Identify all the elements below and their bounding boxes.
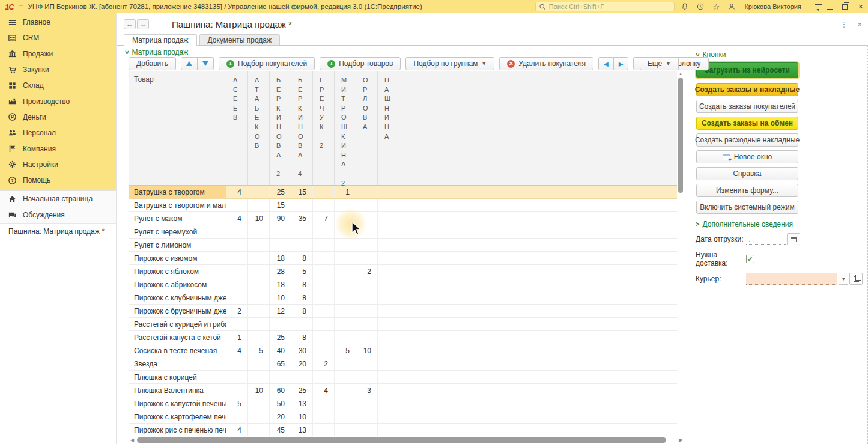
quantity-cell[interactable]: 4 (226, 424, 248, 436)
quantity-cell[interactable]: 90 (270, 212, 291, 225)
customer-column-header[interactable]: А Т А Б Е К О В (248, 71, 270, 185)
customer-column-header[interactable]: Г Р Е Ч У К 2 (313, 71, 335, 185)
panel-button[interactable]: Справка (696, 167, 798, 180)
quantity-cell[interactable] (378, 305, 399, 317)
favorites-star-icon[interactable]: ☆ (711, 1, 721, 12)
service-menu-icon[interactable]: ▼ (815, 2, 822, 11)
table-row[interactable]: Ватрушка с творогом и малин...15 (129, 199, 677, 212)
quantity-cell[interactable] (313, 397, 335, 410)
sidebar-item-обсуждения[interactable]: Обсуждения (0, 207, 116, 224)
quantity-cell[interactable] (378, 371, 399, 383)
quantity-cell[interactable]: 5 (291, 265, 313, 278)
quantity-cell[interactable] (335, 278, 356, 291)
sidebar-item-деньги[interactable]: Деньги (0, 109, 116, 125)
quantity-cell[interactable] (378, 318, 399, 330)
quantity-cell[interactable] (248, 305, 270, 317)
product-name-cell[interactable]: Пирожок с яблоком (129, 265, 226, 278)
customer-column-header[interactable]: А С Е Е В (226, 71, 248, 185)
quantity-cell[interactable] (313, 305, 335, 317)
quantity-cell[interactable] (291, 371, 313, 383)
table-row[interactable]: Пирожок рис с печенью пече...44513 (129, 424, 677, 436)
quantity-cell[interactable] (313, 278, 335, 291)
forward-button[interactable]: → (137, 19, 149, 29)
quantity-cell[interactable] (335, 384, 356, 397)
quantity-cell[interactable] (335, 225, 356, 238)
quantity-cell[interactable] (248, 239, 270, 251)
sidebar-item-настройки[interactable]: Настройки (0, 157, 116, 172)
current-user-name[interactable]: Крюкова Виктория (744, 3, 801, 10)
quantity-cell[interactable] (248, 357, 270, 370)
matrix-group-header[interactable]: ∨ Матрица продаж (125, 48, 188, 56)
quantity-cell[interactable]: 18 (270, 252, 291, 264)
back-button[interactable]: ← (124, 19, 136, 29)
quantity-cell[interactable] (378, 225, 399, 238)
quantity-cell[interactable] (226, 371, 248, 383)
table-row[interactable]: Плюшка с корицей (129, 371, 677, 384)
quantity-cell[interactable] (378, 291, 399, 304)
quantity-cell[interactable]: 4 (226, 186, 248, 198)
move-column-right-button[interactable]: ▶ (613, 57, 629, 70)
quantity-cell[interactable] (335, 305, 356, 317)
quantity-cell[interactable] (226, 357, 248, 370)
quantity-cell[interactable] (378, 212, 399, 225)
scroll-left-arrow-icon[interactable]: ◀ (129, 437, 136, 443)
quantity-cell[interactable] (226, 384, 248, 397)
quantity-cell[interactable] (291, 199, 313, 211)
quantity-cell[interactable]: 15 (270, 199, 291, 211)
quantity-cell[interactable]: 10 (248, 212, 270, 225)
quantity-cell[interactable]: 18 (270, 278, 291, 291)
quantity-cell[interactable]: 5 (248, 344, 270, 357)
minimize-icon[interactable] (827, 9, 833, 10)
quantity-cell[interactable]: 13 (291, 397, 313, 410)
quantity-cell[interactable] (313, 371, 335, 383)
quantity-cell[interactable] (335, 252, 356, 264)
tab-sales-matrix[interactable]: Матрица продаж (124, 34, 197, 46)
quantity-cell[interactable]: 5 (335, 344, 356, 357)
quantity-cell[interactable] (335, 331, 356, 344)
panel-button[interactable]: Создать заказы покупателей (696, 100, 798, 113)
quantity-cell[interactable] (378, 199, 399, 211)
quantity-cell[interactable]: 4 (226, 212, 248, 225)
product-name-cell[interactable]: Расстегай капуста с кетой (129, 331, 226, 344)
quantity-cell[interactable] (313, 344, 335, 357)
table-row[interactable]: Расстегай капуста с кетой1258 (129, 331, 677, 344)
quantity-cell[interactable] (270, 239, 291, 251)
quantity-cell[interactable]: 25 (291, 384, 313, 397)
quantity-cell[interactable]: 2 (226, 305, 248, 317)
quantity-cell[interactable]: 10 (270, 291, 291, 304)
quantity-cell[interactable] (291, 225, 313, 238)
quantity-cell[interactable] (226, 291, 248, 304)
quantity-cell[interactable]: 8 (291, 331, 313, 344)
product-name-cell[interactable]: Ватрушка с творогом и малин... (129, 199, 226, 211)
table-row[interactable]: Рулет с лимоном (129, 239, 677, 252)
quantity-cell[interactable] (226, 318, 248, 330)
quantity-cell[interactable] (356, 397, 378, 410)
quantity-cell[interactable] (248, 397, 270, 410)
quantity-cell[interactable] (356, 212, 378, 225)
horizontal-scrollbar[interactable]: ◀ ▶ (129, 437, 684, 443)
pick-goods-button[interactable]: +Подбор товаров (320, 57, 401, 70)
quantity-cell[interactable] (248, 252, 270, 264)
quantity-cell[interactable]: 5 (226, 397, 248, 410)
quantity-cell[interactable] (356, 305, 378, 317)
quantity-cell[interactable] (356, 278, 378, 291)
panel-button[interactable]: Новое окно (696, 150, 798, 163)
scroll-up-arrow-icon[interactable]: ▲ (677, 71, 684, 77)
quantity-cell[interactable]: 4 (226, 344, 248, 357)
quantity-cell[interactable]: 3 (356, 384, 378, 397)
quantity-cell[interactable] (378, 265, 399, 278)
history-icon[interactable] (695, 1, 706, 12)
panel-button[interactable]: Загрузить из нейросети (696, 62, 798, 78)
quantity-cell[interactable] (313, 186, 335, 198)
customer-column-header[interactable]: П А Ш Н И Н А (378, 71, 399, 185)
quantity-cell[interactable] (356, 410, 378, 423)
quantity-cell[interactable] (335, 239, 356, 251)
quantity-cell[interactable]: 30 (291, 344, 313, 357)
quantity-cell[interactable] (378, 384, 399, 397)
quantity-cell[interactable] (356, 331, 378, 344)
quantity-cell[interactable] (226, 410, 248, 423)
customer-column-header[interactable]: Б Е Р К И Н О В А 2 (270, 71, 291, 185)
scroll-right-arrow-icon[interactable]: ▶ (677, 437, 684, 443)
product-column-header[interactable]: Товар (129, 71, 226, 185)
table-row[interactable]: Пирожок с клубничным джемом108 (129, 291, 677, 305)
